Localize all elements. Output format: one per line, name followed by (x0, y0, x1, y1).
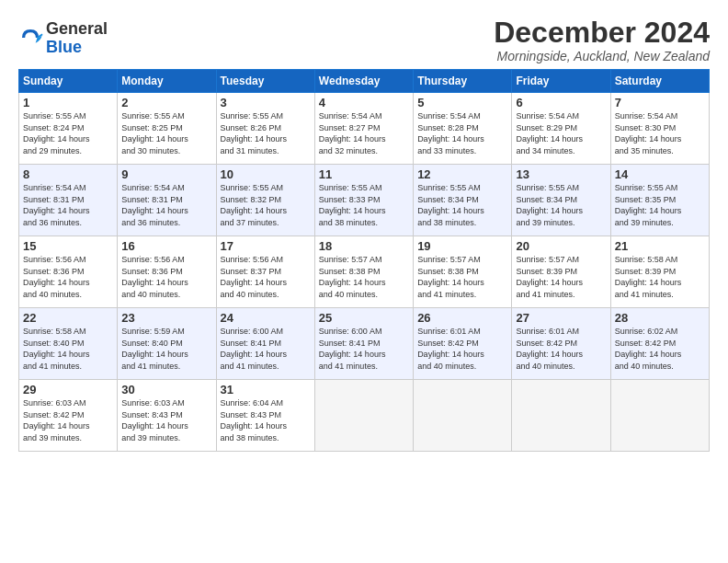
day-number: 3 (221, 96, 311, 109)
day-info: Sunrise: 5:57 AMSunset: 8:38 PMDaylight:… (417, 254, 507, 300)
day-number: 18 (319, 239, 409, 253)
table-row: 27Sunrise: 6:01 AMSunset: 8:42 PMDayligh… (512, 308, 610, 380)
day-info: Sunrise: 5:55 AMSunset: 8:26 PMDaylight:… (221, 110, 311, 156)
col-thursday: Thursday (414, 70, 512, 93)
day-info: Sunrise: 5:55 AMSunset: 8:33 PMDaylight:… (319, 182, 409, 228)
table-row: 18Sunrise: 5:57 AMSunset: 8:38 PMDayligh… (314, 236, 413, 308)
calendar-week-row: 8Sunrise: 5:54 AMSunset: 8:31 PMDaylight… (19, 165, 710, 236)
table-row: 14Sunrise: 5:55 AMSunset: 8:35 PMDayligh… (610, 165, 709, 236)
table-row (610, 380, 709, 452)
table-row: 11Sunrise: 5:55 AMSunset: 8:33 PMDayligh… (314, 165, 413, 236)
col-friday: Friday (512, 70, 610, 93)
day-number: 11 (319, 167, 409, 181)
day-info: Sunrise: 5:54 AMSunset: 8:29 PMDaylight:… (516, 110, 606, 156)
day-info: Sunrise: 5:54 AMSunset: 8:27 PMDaylight:… (319, 110, 409, 156)
calendar-week-row: 1Sunrise: 5:55 AMSunset: 8:24 PMDaylight… (19, 93, 710, 165)
day-info: Sunrise: 6:00 AMSunset: 8:41 PMDaylight:… (221, 326, 311, 372)
day-info: Sunrise: 5:58 AMSunset: 8:40 PMDaylight:… (23, 326, 113, 372)
day-number: 19 (417, 239, 507, 253)
day-number: 26 (417, 311, 507, 325)
day-info: Sunrise: 5:55 AMSunset: 8:34 PMDaylight:… (417, 182, 507, 228)
table-row: 6Sunrise: 5:54 AMSunset: 8:29 PMDaylight… (512, 93, 610, 165)
day-number: 25 (319, 311, 409, 325)
table-row: 25Sunrise: 6:00 AMSunset: 8:41 PMDayligh… (314, 308, 413, 380)
calendar: Sunday Monday Tuesday Wednesday Thursday… (18, 69, 710, 452)
day-info: Sunrise: 5:55 AMSunset: 8:35 PMDaylight:… (615, 182, 705, 228)
day-info: Sunrise: 5:56 AMSunset: 8:37 PMDaylight:… (221, 254, 311, 300)
day-number: 22 (23, 311, 113, 325)
table-row: 22Sunrise: 5:58 AMSunset: 8:40 PMDayligh… (19, 308, 118, 380)
day-info: Sunrise: 5:55 AMSunset: 8:24 PMDaylight:… (23, 110, 113, 156)
logo: General Blue (18, 20, 108, 57)
day-number: 27 (516, 311, 606, 325)
day-number: 10 (221, 167, 311, 181)
day-info: Sunrise: 5:54 AMSunset: 8:31 PMDaylight:… (121, 182, 211, 228)
table-row: 12Sunrise: 5:55 AMSunset: 8:34 PMDayligh… (414, 165, 512, 236)
table-row: 20Sunrise: 5:57 AMSunset: 8:39 PMDayligh… (512, 236, 610, 308)
day-number: 28 (615, 311, 705, 325)
day-number: 31 (221, 383, 311, 396)
day-info: Sunrise: 5:57 AMSunset: 8:39 PMDaylight:… (516, 254, 606, 300)
table-row: 23Sunrise: 5:59 AMSunset: 8:40 PMDayligh… (118, 308, 216, 380)
day-info: Sunrise: 5:59 AMSunset: 8:40 PMDaylight:… (121, 326, 211, 372)
day-info: Sunrise: 5:54 AMSunset: 8:28 PMDaylight:… (417, 110, 507, 156)
day-number: 15 (23, 239, 113, 253)
day-info: Sunrise: 5:56 AMSunset: 8:36 PMDaylight:… (23, 254, 113, 300)
table-row: 5Sunrise: 5:54 AMSunset: 8:28 PMDaylight… (414, 93, 512, 165)
col-wednesday: Wednesday (314, 70, 413, 93)
day-number: 20 (516, 239, 606, 253)
month-title: December 2024 (494, 17, 710, 49)
day-number: 8 (23, 167, 113, 181)
col-tuesday: Tuesday (216, 70, 314, 93)
day-number: 5 (417, 96, 507, 109)
table-row: 29Sunrise: 6:03 AMSunset: 8:42 PMDayligh… (19, 380, 118, 452)
table-row: 10Sunrise: 5:55 AMSunset: 8:32 PMDayligh… (216, 165, 314, 236)
calendar-week-row: 15Sunrise: 5:56 AMSunset: 8:36 PMDayligh… (19, 236, 710, 308)
day-number: 23 (121, 311, 211, 325)
header: General Blue December 2024 Morningside, … (18, 17, 710, 63)
day-info: Sunrise: 6:01 AMSunset: 8:42 PMDaylight:… (516, 326, 606, 372)
col-saturday: Saturday (610, 70, 709, 93)
day-info: Sunrise: 5:58 AMSunset: 8:39 PMDaylight:… (615, 254, 705, 300)
table-row: 26Sunrise: 6:01 AMSunset: 8:42 PMDayligh… (414, 308, 512, 380)
table-row: 2Sunrise: 5:55 AMSunset: 8:25 PMDaylight… (118, 93, 216, 165)
table-row: 8Sunrise: 5:54 AMSunset: 8:31 PMDaylight… (19, 165, 118, 236)
day-number: 9 (121, 167, 211, 181)
day-number: 4 (319, 96, 409, 109)
day-number: 7 (615, 96, 705, 109)
day-info: Sunrise: 6:02 AMSunset: 8:42 PMDaylight:… (615, 326, 705, 372)
day-number: 13 (516, 167, 606, 181)
day-info: Sunrise: 5:55 AMSunset: 8:25 PMDaylight:… (121, 110, 211, 156)
day-info: Sunrise: 5:56 AMSunset: 8:36 PMDaylight:… (121, 254, 211, 300)
table-row: 7Sunrise: 5:54 AMSunset: 8:30 PMDaylight… (610, 93, 709, 165)
calendar-week-row: 22Sunrise: 5:58 AMSunset: 8:40 PMDayligh… (19, 308, 710, 380)
table-row: 13Sunrise: 5:55 AMSunset: 8:34 PMDayligh… (512, 165, 610, 236)
day-number: 17 (221, 239, 311, 253)
table-row: 28Sunrise: 6:02 AMSunset: 8:42 PMDayligh… (610, 308, 709, 380)
col-monday: Monday (118, 70, 216, 93)
col-sunday: Sunday (19, 70, 118, 93)
day-info: Sunrise: 5:54 AMSunset: 8:31 PMDaylight:… (23, 182, 113, 228)
day-number: 30 (121, 383, 211, 396)
title-block: December 2024 Morningside, Auckland, New… (494, 17, 710, 63)
day-info: Sunrise: 5:54 AMSunset: 8:30 PMDaylight:… (615, 110, 705, 156)
logo-blue: Blue (46, 38, 82, 56)
day-info: Sunrise: 6:03 AMSunset: 8:42 PMDaylight:… (23, 397, 113, 443)
day-info: Sunrise: 6:01 AMSunset: 8:42 PMDaylight:… (417, 326, 507, 372)
table-row: 21Sunrise: 5:58 AMSunset: 8:39 PMDayligh… (610, 236, 709, 308)
day-info: Sunrise: 5:57 AMSunset: 8:38 PMDaylight:… (319, 254, 409, 300)
table-row: 1Sunrise: 5:55 AMSunset: 8:24 PMDaylight… (19, 93, 118, 165)
day-info: Sunrise: 6:00 AMSunset: 8:41 PMDaylight:… (319, 326, 409, 372)
table-row: 9Sunrise: 5:54 AMSunset: 8:31 PMDaylight… (118, 165, 216, 236)
day-number: 6 (516, 96, 606, 109)
day-number: 24 (221, 311, 311, 325)
table-row (414, 380, 512, 452)
location: Morningside, Auckland, New Zealand (494, 49, 710, 63)
day-info: Sunrise: 5:55 AMSunset: 8:34 PMDaylight:… (516, 182, 606, 228)
day-number: 16 (121, 239, 211, 253)
table-row: 16Sunrise: 5:56 AMSunset: 8:36 PMDayligh… (118, 236, 216, 308)
table-row: 3Sunrise: 5:55 AMSunset: 8:26 PMDaylight… (216, 93, 314, 165)
table-row: 30Sunrise: 6:03 AMSunset: 8:43 PMDayligh… (118, 380, 216, 452)
calendar-week-row: 29Sunrise: 6:03 AMSunset: 8:42 PMDayligh… (19, 380, 710, 452)
table-row: 31Sunrise: 6:04 AMSunset: 8:43 PMDayligh… (216, 380, 314, 452)
